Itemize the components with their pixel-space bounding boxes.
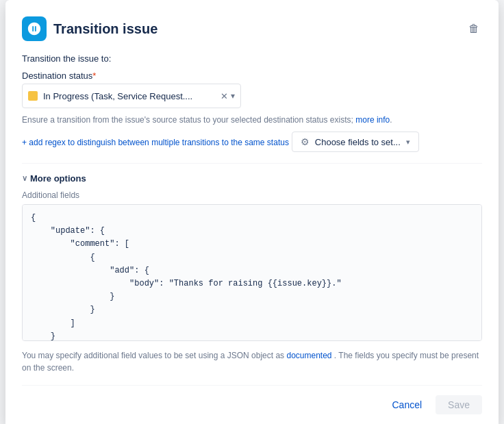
dialog-title: Transition issue [53,21,459,37]
transition-label: Transition the issue to: [22,53,482,64]
more-options-toggle[interactable]: ∨ More options [22,173,482,184]
destination-value: In Progress (Task, Service Request.... [43,91,220,101]
dialog-container: Transition issue 🗑 Transition the issue … [5,0,499,424]
bottom-info: You may specify additional field values … [22,349,482,374]
more-options-label: More options [30,173,86,184]
choose-fields-dropdown-arrow: ▾ [406,138,410,147]
destination-label: Destination status* [22,71,482,81]
json-editor[interactable]: { "update": { "comment": [ { "add": { "b… [22,204,482,341]
dialog-icon [22,16,47,41]
delete-icon[interactable]: 🗑 [466,20,482,38]
info-text: Ensure a transition from the issue's sou… [22,114,482,126]
more-info-link[interactable]: more info [355,115,390,125]
chevron-down-icon: ∨ [22,174,27,183]
dialog-footer: Cancel Save [22,385,482,414]
documented-link[interactable]: documented [286,351,331,360]
regex-link[interactable]: + add regex to distinguish between multi… [22,138,289,147]
cancel-button[interactable]: Cancel [383,395,430,414]
status-color-dot [28,91,38,101]
choose-fields-label: Choose fields to set... [315,137,401,147]
divider [22,163,482,164]
transition-icon [27,21,42,36]
dialog-header: Transition issue 🗑 [22,16,482,41]
destination-select[interactable]: In Progress (Task, Service Request.... ✕… [22,84,241,108]
choose-fields-button[interactable]: ⚙ Choose fields to set... ▾ [292,132,419,152]
required-star: * [92,71,96,81]
dropdown-arrow-icon[interactable]: ▾ [231,91,235,101]
save-button[interactable]: Save [436,395,482,414]
clear-icon[interactable]: ✕ [220,91,228,101]
gear-icon: ⚙ [301,136,310,147]
additional-fields-label: Additional fields [22,190,482,200]
